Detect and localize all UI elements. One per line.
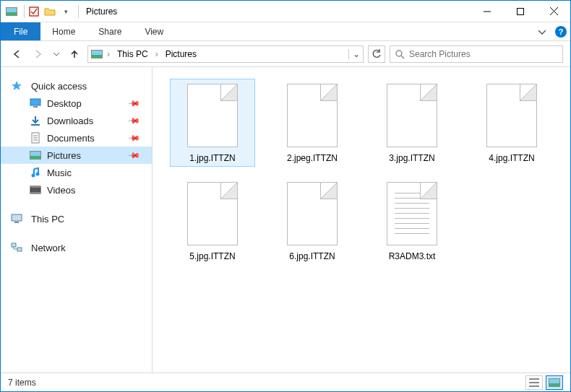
file-name: 5.jpg.ITTZN bbox=[189, 251, 235, 261]
file-item[interactable]: 3.jpg.ITTZN bbox=[369, 79, 455, 167]
qat-properties-icon[interactable] bbox=[27, 5, 40, 18]
svg-rect-18 bbox=[30, 192, 40, 193]
view-large-icons-button[interactable] bbox=[546, 375, 563, 390]
svg-rect-7 bbox=[30, 99, 40, 105]
status-bar: 7 items bbox=[1, 373, 570, 391]
qat-dropdown-icon[interactable]: ▾ bbox=[59, 5, 72, 18]
qat-newfolder-icon[interactable] bbox=[43, 5, 56, 18]
file-name: 4.jpg.ITTZN bbox=[489, 153, 534, 163]
file-name: R3ADM3.txt bbox=[389, 251, 436, 261]
search-input[interactable] bbox=[409, 49, 558, 59]
file-icon bbox=[187, 182, 238, 245]
videos-icon bbox=[30, 184, 41, 196]
sidebar-quick-access[interactable]: Quick access bbox=[1, 77, 152, 95]
sidebar-item-label: Videos bbox=[47, 185, 76, 196]
minimize-button[interactable] bbox=[471, 1, 504, 22]
star-icon bbox=[11, 80, 22, 92]
network-icon bbox=[11, 242, 22, 253]
help-icon: ? bbox=[555, 26, 567, 38]
search-box[interactable] bbox=[390, 45, 563, 63]
svg-rect-0 bbox=[30, 7, 38, 16]
file-item[interactable]: 5.jpg.ITTZN bbox=[170, 177, 255, 265]
tab-share[interactable]: Share bbox=[87, 22, 133, 40]
sidebar-label: Quick access bbox=[31, 81, 87, 92]
file-tab[interactable]: File bbox=[1, 22, 40, 40]
svg-rect-17 bbox=[30, 186, 40, 188]
file-item[interactable]: R3ADM3.txt bbox=[369, 177, 455, 265]
file-item[interactable]: 4.jpg.ITTZN bbox=[469, 79, 554, 167]
file-item[interactable]: 2.jpeg.ITTZN bbox=[270, 79, 355, 167]
sidebar-item-pictures[interactable]: Pictures📌 bbox=[1, 147, 152, 164]
file-item[interactable]: 1.jpg.ITTZN bbox=[170, 79, 255, 167]
svg-rect-8 bbox=[33, 106, 38, 108]
window-title: Pictures bbox=[86, 6, 117, 17]
svg-rect-21 bbox=[12, 243, 16, 247]
svg-rect-19 bbox=[12, 214, 22, 221]
nav-bar: › This PC › Pictures ⌄ bbox=[1, 41, 570, 67]
refresh-button[interactable] bbox=[368, 45, 385, 63]
pc-icon bbox=[11, 213, 22, 225]
close-button[interactable] bbox=[537, 1, 570, 22]
sidebar-network[interactable]: Network bbox=[1, 239, 152, 256]
search-icon bbox=[395, 49, 405, 59]
address-bar[interactable]: › This PC › Pictures ⌄ bbox=[87, 45, 364, 63]
up-button[interactable] bbox=[66, 45, 83, 63]
breadcrumb-thispc[interactable]: This PC bbox=[114, 49, 151, 59]
sidebar-item-desktop[interactable]: Desktop📌 bbox=[1, 95, 152, 112]
location-icon bbox=[91, 48, 103, 60]
tab-home[interactable]: Home bbox=[40, 22, 87, 40]
ribbon-expand-icon[interactable] bbox=[533, 22, 551, 40]
sidebar-item-documents[interactable]: Documents📌 bbox=[1, 129, 152, 147]
file-icon bbox=[287, 84, 338, 147]
file-icon bbox=[387, 182, 437, 245]
file-icon bbox=[187, 84, 238, 147]
file-icon bbox=[486, 84, 537, 147]
sidebar-item-music[interactable]: Music bbox=[1, 164, 152, 181]
recent-dropdown[interactable] bbox=[51, 45, 61, 63]
sidebar-item-label: Documents bbox=[47, 133, 95, 144]
svg-rect-20 bbox=[14, 222, 19, 223]
maximize-button[interactable] bbox=[504, 1, 537, 22]
file-name: 1.jpg.ITTZN bbox=[189, 153, 235, 163]
music-icon bbox=[30, 167, 41, 178]
pin-icon: 📌 bbox=[126, 113, 140, 127]
sidebar-item-downloads[interactable]: Downloads📌 bbox=[1, 112, 152, 129]
chevron-right-icon[interactable]: › bbox=[153, 49, 161, 59]
desktop-icon bbox=[30, 97, 41, 109]
file-list[interactable]: 1.jpg.ITTZN2.jpeg.ITTZN3.jpg.ITTZN4.jpg.… bbox=[153, 67, 570, 373]
sidebar-label: This PC bbox=[31, 214, 64, 225]
file-item[interactable]: 6.jpg.ITTZN bbox=[270, 177, 355, 265]
sidebar-item-label: Music bbox=[47, 167, 72, 178]
sidebar-item-label: Desktop bbox=[47, 98, 82, 109]
file-name: 6.jpg.ITTZN bbox=[289, 251, 335, 261]
address-dropdown-icon[interactable]: ⌄ bbox=[348, 49, 363, 59]
tab-view[interactable]: View bbox=[133, 22, 175, 40]
sidebar-label: Network bbox=[31, 243, 66, 253]
sidebar-item-label: Pictures bbox=[47, 150, 81, 161]
sidebar-item-label: Downloads bbox=[47, 116, 93, 126]
chevron-right-icon[interactable]: › bbox=[104, 49, 113, 59]
svg-rect-22 bbox=[17, 248, 22, 251]
details-icon bbox=[529, 378, 539, 387]
navigation-pane: Quick access Desktop📌Downloads📌Documents… bbox=[1, 67, 153, 373]
title-bar: ▾ Pictures bbox=[1, 1, 570, 22]
file-name: 2.jpeg.ITTZN bbox=[287, 153, 338, 163]
file-name: 3.jpg.ITTZN bbox=[389, 153, 434, 163]
pin-icon: 📌 bbox=[126, 131, 140, 144]
explorer-window: ▾ Pictures File Home Share View ? › This… bbox=[0, 0, 571, 392]
sidebar-this-pc[interactable]: This PC bbox=[1, 210, 152, 227]
downloads-icon bbox=[30, 115, 41, 126]
forward-button[interactable] bbox=[30, 45, 47, 63]
back-button[interactable] bbox=[8, 45, 25, 63]
help-button[interactable]: ? bbox=[551, 22, 570, 40]
svg-rect-2 bbox=[518, 8, 524, 14]
pin-icon: 📌 bbox=[126, 148, 140, 162]
view-details-button[interactable] bbox=[525, 375, 543, 390]
thumbnails-icon bbox=[549, 378, 560, 387]
pin-icon: 📌 bbox=[126, 96, 140, 110]
item-count: 7 items bbox=[8, 378, 36, 388]
breadcrumb-pictures[interactable]: Pictures bbox=[163, 49, 199, 59]
sidebar-item-videos[interactable]: Videos bbox=[1, 181, 152, 199]
documents-icon bbox=[30, 132, 41, 144]
app-icon bbox=[5, 5, 18, 18]
